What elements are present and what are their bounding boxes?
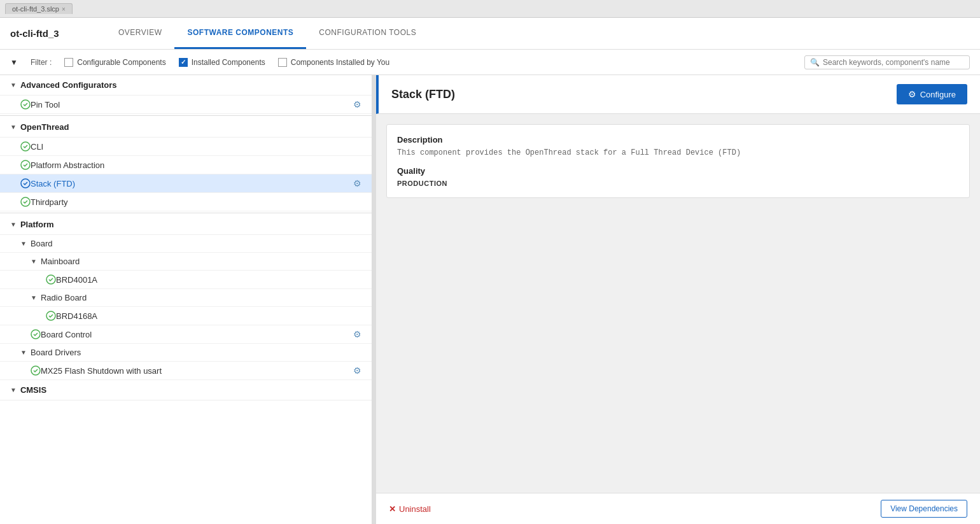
installed-by-you-label: Components Installed by You — [291, 58, 389, 67]
uninstall-button[interactable]: ✕ Uninstall — [389, 504, 431, 514]
arrow-openthread: ▼ — [10, 124, 17, 131]
filter-bar: ▼ Filter : Configurable Components Insta… — [0, 50, 980, 75]
subgroup-mainboard[interactable]: ▼ Mainboard — [0, 253, 372, 271]
tree-item-pin-tool[interactable]: Pin Tool ⚙ — [0, 96, 372, 114]
tab-configuration-tools[interactable]: CONFIGURATION TOOLS — [306, 18, 429, 49]
configurable-label: Configurable Components — [77, 58, 165, 67]
subgroup-label-mainboard: Mainboard — [41, 257, 80, 266]
check-circle-icon-board-control — [31, 329, 41, 339]
description-heading: Description — [397, 135, 959, 145]
arrow-cmsis: ▼ — [10, 386, 17, 393]
subgroup-label-board-drivers: Board Drivers — [31, 348, 81, 357]
check-circle-icon-cli — [20, 141, 31, 152]
arrow-radio-board: ▼ — [31, 294, 37, 301]
label-cli: CLI — [31, 142, 361, 152]
nav-tabs: OVERVIEW SOFTWARE COMPONENTS CONFIGURATI… — [106, 18, 429, 49]
description-card: Description This component provides the … — [386, 124, 970, 198]
subgroup-label-radio-board: Radio Board — [41, 293, 87, 302]
window-chrome: ot-cli-ftd_3.slcp × — [0, 0, 980, 18]
installed-by-you-filter-item[interactable]: Components Installed by You — [278, 58, 389, 67]
check-circle-icon-brd4001a — [46, 274, 56, 285]
arrow-board: ▼ — [20, 240, 27, 247]
arrow-mainboard: ▼ — [31, 258, 37, 265]
tree-item-brd4168a[interactable]: BRD4168A — [0, 307, 372, 325]
detail-header: Stack (FTD) ⚙ Configure — [376, 75, 980, 114]
tree-item-cli[interactable]: CLI — [0, 138, 372, 156]
tree-item-stack-ftd[interactable]: Stack (FTD) ⚙ — [0, 174, 372, 193]
search-box[interactable]: 🔍 — [804, 55, 970, 69]
label-pin-tool: Pin Tool — [31, 100, 353, 110]
group-label-openthread: OpenThread — [20, 122, 69, 132]
check-circle-icon-stack-ftd — [20, 178, 31, 188]
left-panel: ▼ Advanced Configurators Pin Tool ⚙ ▼ Op… — [0, 75, 372, 524]
tab-overview[interactable]: OVERVIEW — [106, 18, 174, 49]
window-close-button[interactable]: × — [62, 6, 66, 13]
label-board-control: Board Control — [41, 330, 353, 339]
label-platform-abstraction: Platform Abstraction — [31, 160, 361, 170]
group-platform[interactable]: ▼ Platform — [0, 215, 372, 235]
label-thirdparty: Thirdparty — [31, 197, 361, 207]
gear-button-pin-tool[interactable]: ⚙ — [353, 99, 361, 110]
check-circle-icon-thirdparty — [20, 197, 31, 207]
installed-filter-item[interactable]: Installed Components — [179, 58, 265, 67]
check-circle-icon-mx25-flash — [31, 365, 41, 376]
group-advanced-configurators[interactable]: ▼ Advanced Configurators — [0, 75, 372, 96]
check-circle-icon-platform-abstraction — [20, 160, 31, 170]
tab-software-components[interactable]: SOFTWARE COMPONENTS — [174, 18, 306, 49]
main-layout: ▼ Advanced Configurators Pin Tool ⚙ ▼ Op… — [0, 75, 980, 524]
label-brd4168a: BRD4168A — [56, 311, 361, 321]
installed-label: Installed Components — [192, 58, 265, 67]
quality-heading: Quality — [397, 166, 959, 176]
label-stack-ftd: Stack (FTD) — [31, 179, 353, 188]
description-text: This component provides the OpenThread s… — [397, 148, 959, 157]
uninstall-x-icon: ✕ — [389, 504, 396, 514]
gear-button-mx25-flash[interactable]: ⚙ — [353, 365, 361, 376]
subgroup-board[interactable]: ▼ Board — [0, 235, 372, 253]
configurable-checkbox[interactable] — [64, 58, 73, 67]
group-openthread[interactable]: ▼ OpenThread — [0, 117, 372, 138]
detail-footer: ✕ Uninstall View Dependencies — [376, 493, 980, 524]
gear-button-board-control[interactable]: ⚙ — [353, 329, 361, 339]
filter-label: Filter : — [31, 58, 52, 67]
detail-body: Description This component provides the … — [376, 114, 980, 493]
installed-checkbox[interactable] — [179, 58, 188, 67]
quality-value: PRODUCTION — [397, 180, 959, 187]
configurable-filter-item[interactable]: Configurable Components — [64, 58, 165, 67]
configure-button[interactable]: ⚙ Configure — [897, 84, 967, 104]
group-label-advanced-configurators: Advanced Configurators — [20, 80, 117, 90]
tree-item-thirdparty[interactable]: Thirdparty — [0, 193, 372, 211]
installed-by-you-checkbox[interactable] — [278, 58, 287, 67]
tree-item-mx25-flash[interactable]: MX25 Flash Shutdown with usart ⚙ — [0, 362, 372, 380]
filter-icon: ▼ — [10, 58, 18, 67]
tree-item-board-control[interactable]: Board Control ⚙ — [0, 325, 372, 344]
group-label-cmsis: CMSIS — [20, 385, 46, 395]
check-circle-icon-brd4168a — [46, 311, 56, 321]
arrow-board-drivers: ▼ — [20, 349, 27, 356]
search-icon: 🔍 — [810, 58, 820, 67]
group-cmsis[interactable]: ▼ CMSIS — [0, 380, 372, 400]
check-circle-icon-pin-tool — [20, 99, 31, 110]
app-header: ot-cli-ftd_3 OVERVIEW SOFTWARE COMPONENT… — [0, 18, 980, 50]
tree-item-platform-abstraction[interactable]: Platform Abstraction — [0, 156, 372, 174]
subgroup-board-drivers[interactable]: ▼ Board Drivers — [0, 344, 372, 362]
window-tab-label: ot-cli-ftd_3.slcp — [12, 5, 59, 13]
arrow-platform: ▼ — [10, 221, 17, 228]
subgroup-radio-board[interactable]: ▼ Radio Board — [0, 289, 372, 307]
gear-configure-icon: ⚙ — [908, 89, 916, 99]
right-panel: Stack (FTD) ⚙ Configure Description This… — [376, 75, 980, 524]
tree-item-brd4001a[interactable]: BRD4001A — [0, 271, 372, 289]
gear-button-stack-ftd[interactable]: ⚙ — [353, 178, 361, 188]
group-label-platform: Platform — [20, 220, 54, 229]
arrow-advanced-configurators: ▼ — [10, 81, 17, 89]
app-title: ot-cli-ftd_3 — [10, 28, 87, 39]
detail-title: Stack (FTD) — [391, 88, 455, 101]
subgroup-label-board: Board — [31, 239, 53, 248]
view-dependencies-button[interactable]: View Dependencies — [881, 500, 967, 518]
window-tab[interactable]: ot-cli-ftd_3.slcp × — [5, 3, 73, 14]
label-mx25-flash: MX25 Flash Shutdown with usart — [41, 366, 353, 376]
label-brd4001a: BRD4001A — [56, 275, 361, 285]
search-input[interactable] — [823, 58, 964, 67]
